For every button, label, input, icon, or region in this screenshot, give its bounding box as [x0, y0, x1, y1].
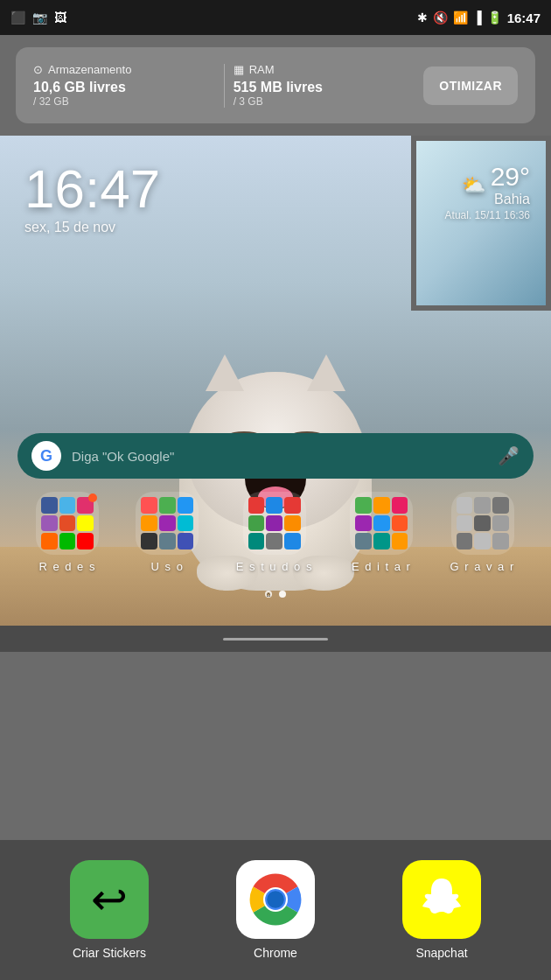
folder-editar-label: E d i t a r [352, 560, 412, 573]
ram-icon: ▦ [234, 63, 244, 76]
snapchat-label: Snapchat [415, 946, 467, 960]
ram-free: 515 MB livres [234, 80, 415, 95]
folder-uso-label: U s o [151, 560, 185, 573]
clock-widget: 16:47 sex, 15 de nov [24, 162, 160, 235]
criar-stickers-icon[interactable]: ↩ [70, 860, 149, 939]
signal-icon: ⬛ [10, 10, 25, 24]
navigation-bar [0, 626, 551, 652]
cloud-icon [461, 168, 485, 186]
folder-editar[interactable]: E d i t a r [350, 492, 413, 573]
mute-icon: 🔇 [433, 10, 448, 24]
page-indicators: ⌂ [0, 591, 551, 598]
storage-icon: ⊙ [33, 63, 43, 76]
status-time: 16:47 [507, 10, 541, 25]
svg-point-3 [267, 891, 284, 908]
folder-uso[interactable]: U s o [136, 492, 199, 573]
weather-updated: Atual. 15/11 16:36 [445, 209, 530, 221]
google-search-bar[interactable]: G Diga "Ok Google" 🎤 [17, 433, 534, 479]
dock-criar-stickers[interactable]: ↩ Criar Stickers [70, 860, 149, 960]
dock-chrome[interactable]: Chrome [236, 860, 315, 960]
weather-temp: 29° [445, 162, 530, 192]
photo-icon: 🖼 [54, 10, 66, 24]
folder-redes-icon[interactable] [36, 492, 99, 555]
chrome-svg [245, 869, 306, 930]
microphone-icon[interactable]: 🎤 [498, 445, 520, 466]
notification-badge [88, 494, 97, 502]
folder-uso-icon[interactable] [136, 492, 199, 555]
clock-date: sex, 15 de nov [24, 220, 160, 235]
folder-gravar-icon[interactable] [451, 492, 514, 555]
bluetooth-icon: ✱ [417, 10, 428, 24]
smart-manager-widget: ⊙ Armazenamento 10,6 GB livres / 32 GB ▦… [16, 47, 535, 123]
folder-gravar[interactable]: G r a v a r [450, 492, 514, 573]
nav-handle [223, 638, 328, 640]
folder-editar-icon[interactable] [350, 492, 413, 555]
signal-strength-icon: ▐ [473, 10, 482, 24]
app-folders-row: R e d e s U s o [0, 492, 551, 573]
page-dot-active [279, 591, 286, 598]
battery-icon: 🔋 [487, 10, 502, 24]
homescreen: 16:47 sex, 15 de nov 29° Bahia Atual. 15… [0, 136, 551, 626]
instagram-icon: 📷 [32, 10, 47, 24]
google-logo: G [31, 441, 61, 471]
snapchat-svg [415, 873, 468, 926]
folder-estudos[interactable]: E s t u d o s [236, 492, 313, 573]
weather-widget: 29° Bahia Atual. 15/11 16:36 [445, 162, 530, 221]
ram-label: ▦ RAM [234, 63, 415, 76]
folder-redes[interactable]: R e d e s [36, 492, 99, 573]
storage-section: ⊙ Armazenamento 10,6 GB livres / 32 GB [33, 63, 215, 108]
google-placeholder: Diga "Ok Google" [72, 449, 487, 464]
folder-estudos-icon[interactable] [243, 492, 306, 555]
weather-city: Bahia [445, 192, 530, 207]
ram-total: / 3 GB [234, 95, 415, 108]
status-bar-left: ⬛ 📷 🖼 [10, 10, 66, 24]
criar-stickers-label: Criar Stickers [73, 946, 146, 960]
storage-label: ⊙ Armazenamento [33, 63, 215, 76]
snapchat-icon[interactable] [402, 860, 481, 939]
app-dock: ↩ Criar Stickers [0, 840, 551, 980]
clock-time: 16:47 [24, 162, 160, 216]
folder-gravar-label: G r a v a r [450, 560, 514, 573]
storage-total: / 32 GB [33, 95, 215, 108]
home-page-indicator: ⌂ [265, 591, 272, 598]
wifi-icon: 📶 [453, 10, 468, 24]
status-bar-right: ✱ 🔇 📶 ▐ 🔋 16:47 [417, 10, 541, 25]
stickers-symbol: ↩ [91, 874, 128, 925]
chrome-icon[interactable] [236, 860, 315, 939]
sm-divider [224, 64, 225, 108]
folder-redes-label: R e d e s [38, 560, 96, 573]
dock-snapchat[interactable]: Snapchat [402, 860, 481, 960]
status-bar: ⬛ 📷 🖼 ✱ 🔇 📶 ▐ 🔋 16:47 [0, 0, 551, 35]
chrome-label: Chrome [254, 946, 297, 960]
ram-section: ▦ RAM 515 MB livres / 3 GB [234, 63, 415, 108]
folder-estudos-label: E s t u d o s [236, 560, 313, 573]
storage-free: 10,6 GB livres [33, 80, 215, 95]
optimize-button[interactable]: OTIMIZAR [423, 66, 518, 105]
